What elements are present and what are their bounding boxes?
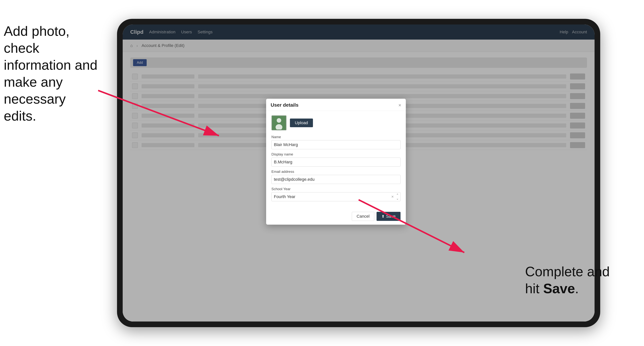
modal-footer: Cancel ⬆ Save [266,209,406,225]
modal-close-button[interactable]: × [398,103,401,108]
name-form-group: Name [272,135,400,149]
modal-title: User details [271,102,298,108]
email-label: Email address [272,170,400,174]
user-details-modal: User details × [266,99,406,225]
modal-header: User details × [266,99,406,111]
display-name-input[interactable] [272,158,400,167]
school-year-select-wrapper: × ⌃⌄ [272,192,400,201]
svg-point-1 [277,118,281,123]
modal-body: Upload Name Display name Email addre [266,111,406,209]
save-button[interactable]: ⬆ Save [376,212,400,221]
clear-school-year-icon[interactable]: × [391,194,394,199]
upload-photo-button[interactable]: Upload [290,119,313,127]
tablet-screen: Clipd Administration Users Settings Help… [123,24,594,322]
email-input[interactable] [272,175,400,184]
annotation-right-end: . [575,281,579,296]
email-form-group: Email address [272,170,400,184]
save-button-label: Save [386,214,396,219]
modal-overlay: User details × [123,24,594,322]
display-name-label: Display name [272,152,400,157]
annotation-left: Add photo, check information and make an… [4,23,102,124]
save-icon: ⬆ [382,214,385,219]
annotation-left-text: Add photo, check information and make an… [4,23,98,123]
school-year-label: School Year [272,187,400,191]
name-label: Name [272,135,400,139]
name-input[interactable] [272,140,400,149]
school-year-input[interactable] [272,192,400,201]
person-silhouette-icon [272,116,286,130]
user-photo-thumbnail [272,115,286,130]
cancel-button[interactable]: Cancel [352,212,374,221]
chevron-down-icon: ⌃⌄ [396,193,399,200]
photo-upload-row: Upload [272,115,400,130]
display-name-form-group: Display name [272,152,400,167]
school-year-form-group: School Year × ⌃⌄ [272,187,400,201]
annotation-right-bold: Save [543,281,575,296]
annotation-right: Complete and hit Save. [525,263,620,297]
